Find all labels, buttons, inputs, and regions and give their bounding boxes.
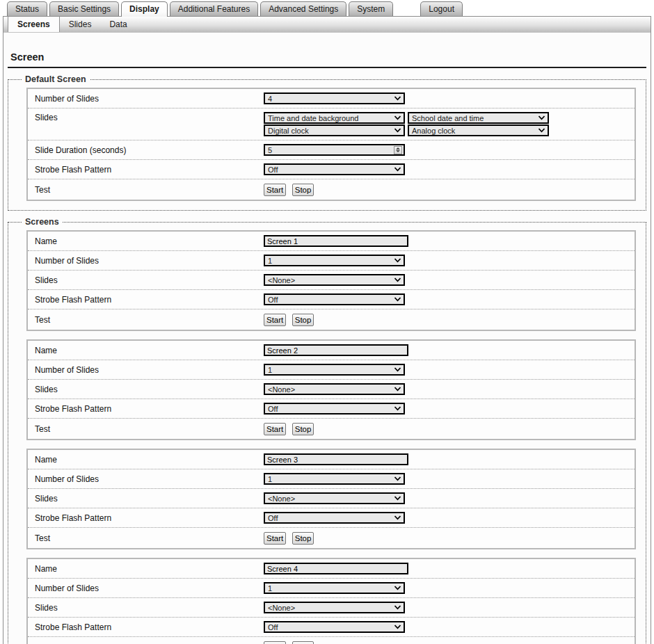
test-row: Test Start Stop [28,179,635,200]
sub-tab-bar: Screens Slides Data [3,17,651,33]
select-value: Off [268,514,278,522]
strobe-flash-pattern-row: Strobe Flash Pattern Off [28,508,635,528]
screen-3-box: Name Number of Slides 1 Slides <None> [26,449,636,549]
slides-select[interactable]: <None> [264,383,405,395]
test-start-button[interactable]: Start [264,314,286,326]
test-stop-button[interactable]: Stop [292,184,314,196]
field-label: Number of Slides [35,364,264,375]
test-buttons: Start Stop [264,641,317,644]
strobe-flash-pattern-row: Strobe Flash Pattern Off [28,399,635,419]
screen-2-box: Name Number of Slides 1 Slides <None> [26,339,636,440]
test-stop-button[interactable]: Stop [292,423,314,435]
screen-name-input[interactable] [264,453,408,465]
number-of-slides-select[interactable]: 1 [264,582,405,594]
number-of-slides-select[interactable]: 1 [264,255,405,266]
screens-fieldset: Screens Name Number of Slides 1 Slides [8,217,646,644]
chevron-down-icon [394,605,401,610]
slide-duration-input[interactable]: 5 [264,144,405,156]
tab-logout[interactable]: Logout [420,1,463,16]
chevron-down-icon [394,297,401,302]
name-row: Name [28,559,635,579]
chevron-down-icon [394,258,401,263]
number-of-slides-select[interactable]: 1 [264,364,405,376]
subtab-data[interactable]: Data [100,17,136,32]
field-label: Name [35,454,264,465]
field-label: Strobe Flash Pattern [35,513,264,523]
test-stop-button[interactable]: Stop [292,641,314,644]
test-buttons: Start Stop [264,531,317,545]
name-row: Name [28,450,635,469]
test-start-button[interactable]: Start [264,184,286,196]
default-screen-box: Number of Slides 4 Slides Time and date … [26,88,636,201]
page-title: Screen [8,51,646,68]
select-value: 1 [268,366,272,374]
field-label: Test [35,424,264,434]
slides-row: Slides <None> [28,380,635,399]
slide-3-select[interactable]: Digital clock [264,124,405,136]
slides-row: Slides <None> [28,271,635,290]
chevron-down-icon [394,277,401,282]
tab-basic-settings[interactable]: Basic Settings [49,1,119,16]
tab-advanced-settings[interactable]: Advanced Settings [260,1,346,16]
field-label: Slides [35,384,264,394]
number-of-slides-row: Number of Slides 1 [28,251,635,271]
slides-select[interactable]: <None> [264,274,405,286]
slides-row: Slides <None> [28,598,635,618]
page-content: Screen Default Screen Number of Slides 4… [3,33,651,644]
field-label: Strobe Flash Pattern [35,403,264,414]
number-stepper-icon[interactable] [394,146,402,154]
screen-name-input[interactable] [264,235,408,247]
select-value: Time and date background [268,114,358,122]
test-buttons: Start Stop [264,313,317,326]
test-start-button[interactable]: Start [264,423,286,435]
number-of-slides-select[interactable]: 4 [264,92,405,104]
slide-duration-row: Slide Duration (seconds) 5 [28,140,635,160]
strobe-flash-pattern-select[interactable]: Off [264,621,405,633]
strobe-flash-pattern-select[interactable]: Off [264,163,405,175]
select-value: Off [268,166,278,174]
select-value: School date and time [412,114,484,122]
field-label: Number of Slides [35,474,264,484]
name-row: Name [28,232,635,251]
field-label: Test [35,184,264,195]
strobe-flash-pattern-select[interactable]: Off [264,293,405,305]
screen-name-input[interactable] [264,344,408,356]
select-value: Digital clock [268,127,309,135]
test-start-button[interactable]: Start [264,532,286,545]
slides-select[interactable]: <None> [264,492,405,504]
test-start-button[interactable]: Start [264,641,286,644]
slide-4-select[interactable]: Analog clock [408,124,549,136]
field-label: Strobe Flash Pattern [35,294,264,305]
tab-status[interactable]: Status [7,1,47,16]
main-tab-bar: Status Basic Settings Display Additional… [3,0,651,16]
slide-1-select[interactable]: Time and date background [264,112,405,124]
screen-name-input[interactable] [264,563,408,574]
subtab-screens[interactable]: Screens [8,17,60,32]
field-label: Slide Duration (seconds) [35,145,264,155]
slides-row: Slides <None> [28,489,635,508]
tab-display[interactable]: Display [121,1,168,17]
number-of-slides-select[interactable]: 1 [264,473,405,485]
select-value: <None> [268,604,295,612]
chevron-down-icon [394,496,401,501]
test-stop-button[interactable]: Stop [292,314,314,326]
strobe-flash-pattern-select[interactable]: Off [264,512,405,524]
test-stop-button[interactable]: Stop [292,532,314,545]
slides-select[interactable]: <None> [264,602,405,613]
tab-additional-features[interactable]: Additional Features [170,1,258,16]
chevron-down-icon [538,115,545,120]
chevron-down-icon [538,128,545,133]
input-value: 5 [268,146,272,154]
subtab-slides[interactable]: Slides [60,17,101,32]
number-of-slides-row: Number of Slides 1 [28,469,635,489]
test-row: Test Start Stop [28,309,635,330]
screens-legend: Screens [22,217,63,227]
chevron-down-icon [394,515,401,520]
tab-system[interactable]: System [349,1,393,16]
select-value: 4 [268,95,272,103]
field-label: Number of Slides [35,255,264,266]
slide-2-select[interactable]: School date and time [408,112,549,124]
select-value: <None> [268,494,295,503]
strobe-flash-pattern-select[interactable]: Off [264,403,405,414]
slides-row: Slides Time and date background School d… [28,108,635,140]
